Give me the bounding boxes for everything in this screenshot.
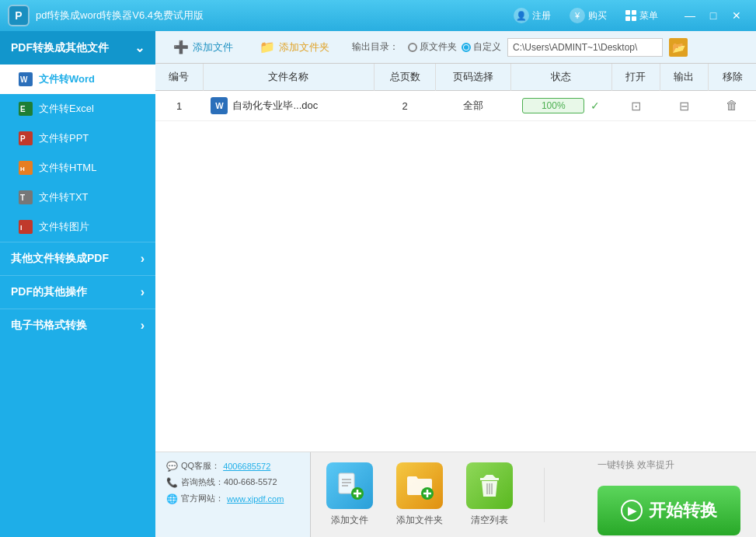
- register-icon: 👤: [514, 8, 529, 23]
- register-button[interactable]: 👤 注册: [507, 5, 557, 26]
- chevron-right-icon-3: ›: [141, 319, 145, 333]
- col-filename: 文件名称: [203, 64, 374, 91]
- word-icon: W: [19, 72, 33, 86]
- qq-link[interactable]: 4006685572: [223, 462, 270, 471]
- status-badge: 100%: [522, 98, 584, 113]
- output-icon[interactable]: ⊟: [678, 98, 691, 114]
- main-layout: PDF转换成其他文件 ⌄ W 文件转Word E 文件转Excel: [0, 31, 756, 537]
- txt-icon: T: [19, 190, 33, 204]
- bottom-right-actions: 添加文件 添加文件夹: [311, 452, 756, 537]
- html-icon: H: [19, 161, 33, 175]
- sidebar-pdf-operations-section[interactable]: PDF的其他操作 ›: [0, 275, 155, 309]
- bottom-add-file-icon: [326, 462, 373, 509]
- sidebar-item-txt[interactable]: T 文件转TXT: [0, 183, 155, 212]
- website-link[interactable]: www.xjpdf.com: [227, 494, 284, 504]
- buy-button[interactable]: ¥ 购买: [563, 5, 613, 26]
- radio-dot-original: [408, 43, 417, 52]
- bottom-clear-icon: [466, 462, 513, 509]
- add-folder-button[interactable]: 📁 添加文件夹: [249, 36, 340, 58]
- sidebar-item-image[interactable]: I 文件转图片: [0, 212, 155, 242]
- sidebar-item-ppt[interactable]: P 文件转PPT: [0, 124, 155, 153]
- chevron-right-icon: ›: [141, 252, 145, 266]
- col-pagesel: 页码选择: [436, 64, 510, 91]
- svg-text:E: E: [20, 105, 26, 113]
- right-section: 一键转换 效率提升 ▶ 开始转换: [597, 454, 740, 535]
- sidebar-other-pdf-section[interactable]: 其他文件转换成PDF ›: [0, 242, 155, 275]
- output-label: 输出目录：: [352, 40, 399, 54]
- bottom-add-folder-button[interactable]: 添加文件夹: [396, 462, 443, 527]
- col-output: 输出: [660, 64, 708, 91]
- close-button[interactable]: ✕: [725, 4, 748, 27]
- maximize-button[interactable]: □: [702, 4, 725, 27]
- cell-output[interactable]: ⊟: [660, 91, 708, 121]
- app-icon: P: [8, 5, 30, 26]
- add-file-icon: ➕: [173, 40, 189, 54]
- col-pages: 总页数: [374, 64, 435, 91]
- svg-text:H: H: [20, 166, 25, 173]
- window-controls: — □ ✕: [678, 4, 748, 27]
- file-table: 编号 文件名称 总页数 页码选择 状态 打开 输出 移除 1 W 自动化: [155, 64, 756, 121]
- play-icon: ▶: [621, 500, 643, 521]
- bottom-left-info: 💬 QQ客服： 4006685572 📞 咨询热线：400-668-5572 🌐…: [155, 452, 311, 537]
- word-doc-icon: W: [211, 97, 228, 114]
- toolbar: ➕ 添加文件 📁 添加文件夹 输出目录： 原文件夹 自定义 📂: [155, 31, 756, 64]
- image-icon: I: [19, 220, 33, 234]
- app-title: pdf转换成word转换器V6.4免费试用版: [36, 9, 507, 23]
- cell-remove[interactable]: 🗑: [709, 91, 757, 121]
- web-icon: 🌐: [166, 493, 178, 504]
- bottom-clear-button[interactable]: 清空列表: [466, 462, 513, 527]
- custom-folder-radio[interactable]: 自定义: [462, 40, 501, 54]
- add-file-button[interactable]: ➕ 添加文件: [163, 36, 243, 58]
- menu-button[interactable]: 菜单: [619, 7, 664, 25]
- cell-open[interactable]: ⊡: [611, 91, 660, 121]
- remove-icon[interactable]: 🗑: [724, 97, 740, 113]
- table-row: 1 W 自动化专业毕...doc 2 全部 100% ✓ ⊡ ⊟ 🗑: [155, 91, 756, 121]
- buy-icon: ¥: [570, 8, 585, 23]
- sidebar-item-excel[interactable]: E 文件转Excel: [0, 94, 155, 124]
- cell-pages: 2: [374, 91, 435, 121]
- bottom-add-file-button[interactable]: 添加文件: [326, 462, 373, 527]
- qq-row: 💬 QQ客服： 4006685572: [166, 460, 299, 472]
- bottom-clear-label: 清空列表: [471, 514, 508, 527]
- svg-text:I: I: [20, 224, 23, 232]
- check-icon: ✓: [591, 99, 600, 112]
- table-header-row: 编号 文件名称 总页数 页码选择 状态 打开 输出 移除: [155, 64, 756, 91]
- file-table-area: 编号 文件名称 总页数 页码选择 状态 打开 输出 移除 1 W 自动化: [155, 64, 756, 452]
- phone-icon: 📞: [166, 477, 178, 488]
- chevron-right-icon-2: ›: [141, 285, 145, 299]
- col-remove: 移除: [709, 64, 757, 91]
- chevron-down-icon: ⌄: [134, 40, 145, 55]
- add-folder-icon: 📁: [260, 40, 275, 54]
- open-icon[interactable]: ⊡: [629, 98, 643, 114]
- sidebar-main-section[interactable]: PDF转换成其他文件 ⌄: [0, 31, 155, 65]
- filename-text: 自动化专业毕...doc: [232, 99, 318, 113]
- cell-num: 1: [155, 91, 203, 121]
- excel-icon: E: [19, 102, 33, 116]
- phone-row: 📞 咨询热线：400-668-5572: [166, 476, 299, 488]
- tagline: 一键转换 效率提升: [597, 454, 674, 472]
- sidebar-item-html[interactable]: H 文件转HTML: [0, 153, 155, 183]
- bottom-add-folder-label: 添加文件夹: [396, 514, 443, 527]
- col-num: 编号: [155, 64, 203, 91]
- grid-icon: [625, 10, 636, 21]
- website-row: 🌐 官方网站： www.xjpdf.com: [166, 493, 299, 504]
- radio-dot-custom: [462, 43, 471, 52]
- browse-folder-button[interactable]: 📂: [669, 38, 688, 57]
- radio-group: 原文件夹 自定义: [408, 40, 501, 54]
- original-folder-radio[interactable]: 原文件夹: [408, 40, 457, 54]
- svg-text:W: W: [20, 75, 28, 84]
- qq-icon: 💬: [166, 461, 178, 472]
- start-convert-button[interactable]: ▶ 开始转换: [597, 486, 740, 535]
- sidebar-ebook-section[interactable]: 电子书格式转换 ›: [0, 309, 155, 342]
- title-bar: P pdf转换成word转换器V6.4免费试用版 👤 注册 ¥ 购买 菜单 — …: [0, 0, 756, 31]
- folder-icon: 📂: [672, 41, 685, 54]
- sidebar-item-word[interactable]: W 文件转Word: [0, 65, 155, 94]
- bottom-add-file-label: 添加文件: [331, 514, 368, 527]
- cell-filename: W 自动化专业毕...doc: [203, 91, 374, 121]
- bottom-bar: 💬 QQ客服： 4006685572 📞 咨询热线：400-668-5572 🌐…: [155, 452, 756, 537]
- cell-pagesel: 全部: [436, 91, 510, 121]
- svg-text:T: T: [20, 194, 25, 202]
- output-path-input[interactable]: [507, 38, 663, 57]
- minimize-button[interactable]: —: [678, 4, 702, 27]
- file-table-body: 1 W 自动化专业毕...doc 2 全部 100% ✓ ⊡ ⊟ 🗑: [155, 91, 756, 121]
